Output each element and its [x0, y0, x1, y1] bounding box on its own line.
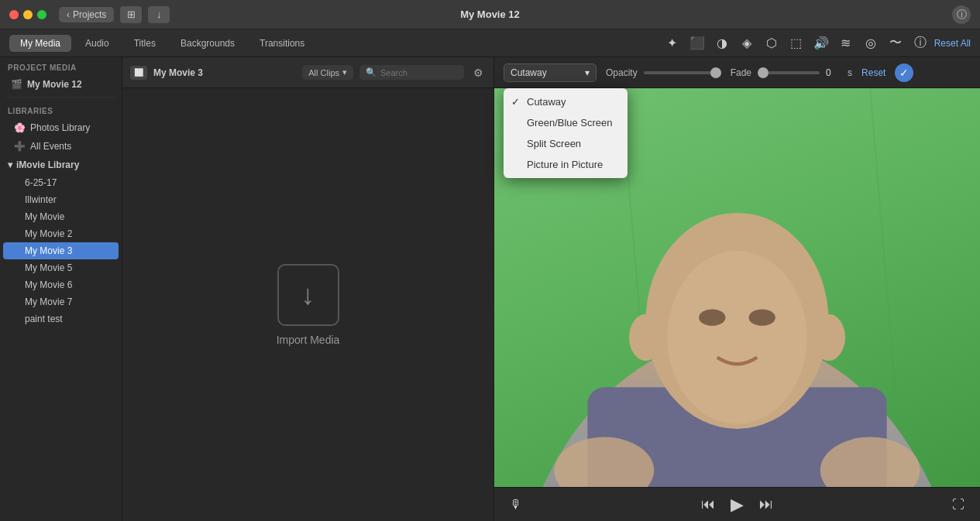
- svg-point-13: [749, 309, 775, 325]
- maximize-button[interactable]: [37, 10, 46, 19]
- sidebar-item-paint-test[interactable]: paint test: [3, 310, 119, 327]
- confirm-button[interactable]: ✓: [895, 63, 913, 82]
- magic-wand-icon[interactable]: ✦: [662, 33, 683, 54]
- divider-1: [6, 97, 115, 98]
- sidebar-item-my-movie-7[interactable]: My Movie 7: [3, 293, 119, 310]
- imovie-library-toggle[interactable]: ▾ iMovie Library: [0, 156, 122, 174]
- titlebar-right: ⓘ: [952, 5, 971, 24]
- back-chevron-icon: ‹: [67, 9, 70, 20]
- clip-filter-label: All Clips: [308, 68, 339, 77]
- clip-filter-dropdown[interactable]: All Clips ▾: [302, 65, 353, 80]
- camera-icon[interactable]: ⬚: [786, 33, 807, 54]
- preview-area: Cutaway ▾ Cutaway Green/Blue Screen Spli…: [494, 57, 980, 521]
- window-title: My Movie 12: [460, 9, 520, 20]
- player-controls: 🎙 ⏮ ▶ ⏭ ⛶: [494, 487, 980, 521]
- fade-thumb[interactable]: [758, 67, 769, 78]
- titlebar: ‹ Projects ⊞ ↓ My Movie 12 ⓘ: [0, 0, 980, 29]
- svg-point-11: [667, 251, 806, 423]
- info-icon[interactable]: ⓘ: [910, 33, 931, 54]
- svg-point-10: [812, 314, 845, 361]
- libraries-header: LIBRARIES: [0, 101, 122, 118]
- speed-icon[interactable]: ◎: [860, 33, 882, 54]
- svg-point-9: [629, 314, 662, 361]
- grid-icon: ⊞: [127, 9, 136, 20]
- photos-icon: 🌸: [14, 122, 26, 133]
- search-input[interactable]: [380, 68, 458, 77]
- sidebar-item-my-movie-6[interactable]: My Movie 6: [3, 276, 119, 293]
- mic-button[interactable]: 🎙: [510, 498, 522, 512]
- tab-backgrounds[interactable]: Backgrounds: [170, 35, 246, 52]
- titlebar-left: ‹ Projects ⊞ ↓: [9, 6, 170, 23]
- sidebar-item-6-25-17[interactable]: 6-25-17: [3, 174, 119, 191]
- reset-all-button[interactable]: Reset All: [934, 38, 971, 49]
- opacity-control: Opacity: [606, 67, 721, 78]
- sidebar-item-illwinter[interactable]: Illwinter: [3, 191, 119, 208]
- library-view-button[interactable]: ⊞: [120, 6, 142, 23]
- color-correct-icon[interactable]: ◑: [711, 33, 733, 54]
- gear-icon[interactable]: ⚙: [470, 65, 486, 81]
- dropdown-option-picture-in-picture[interactable]: Picture in Picture: [504, 154, 628, 175]
- tab-transitions[interactable]: Transitions: [249, 35, 315, 52]
- dropdown-option-split-screen[interactable]: Split Screen: [504, 133, 628, 154]
- prev-button[interactable]: ⏮: [701, 496, 715, 512]
- projects-back-button[interactable]: ‹ Projects: [59, 7, 114, 22]
- down-arrow-icon: ↓: [156, 9, 162, 20]
- dropdown-chevron-icon: ▾: [585, 67, 590, 78]
- import-button[interactable]: ↓: [148, 6, 170, 23]
- project-media-header: PROJECT MEDIA: [0, 57, 122, 75]
- projects-label: Projects: [73, 9, 106, 20]
- reset-button[interactable]: Reset: [861, 67, 885, 78]
- play-button[interactable]: ▶: [731, 495, 744, 515]
- minimize-button[interactable]: [23, 10, 33, 19]
- expand-panel-button[interactable]: ⬜: [130, 66, 147, 80]
- expand-icon: ⬜: [134, 68, 143, 77]
- opacity-thumb[interactable]: [710, 67, 721, 78]
- dropdown-option-cutaway[interactable]: Cutaway: [504, 91, 628, 112]
- volume-icon[interactable]: 🔊: [810, 33, 832, 54]
- chevron-down-icon: ▾: [8, 159, 12, 170]
- eq-icon[interactable]: ≋: [835, 33, 857, 54]
- svg-point-12: [699, 309, 725, 325]
- cutaway-dropdown[interactable]: Cutaway ▾: [504, 63, 597, 82]
- tab-titles[interactable]: Titles: [123, 35, 167, 52]
- close-button[interactable]: [9, 10, 19, 19]
- fade-control: Fade 0 s: [731, 67, 852, 78]
- sidebar-item-my-movie-2[interactable]: My Movie 2: [3, 225, 119, 242]
- import-icon: ↓: [277, 264, 339, 326]
- content-panel: ⬜ My Movie 3 All Clips ▾ 🔍 ⚙ ↓ Import Me…: [122, 57, 494, 521]
- sidebar-item-photos-library[interactable]: 🌸 Photos Library: [3, 118, 119, 137]
- sidebar-item-my-movie[interactable]: My Movie: [3, 208, 119, 225]
- cutaway-dropdown-menu: Cutaway Green/Blue Screen Split Screen P…: [504, 88, 628, 178]
- fullscreen-button[interactable]: ⛶: [952, 498, 965, 512]
- content-panel-title: My Movie 3: [153, 67, 296, 78]
- import-arrow-icon: ↓: [301, 279, 315, 311]
- dropdown-option-green-blue-screen[interactable]: Green/Blue Screen: [504, 112, 628, 133]
- noise-icon[interactable]: 〜: [885, 33, 906, 54]
- info-badge[interactable]: ⓘ: [952, 5, 971, 24]
- opacity-slider[interactable]: [644, 71, 721, 74]
- events-icon: ➕: [14, 141, 26, 152]
- sidebar-item-my-movie-12[interactable]: 🎬 My Movie 12: [3, 75, 119, 94]
- project-label: My Movie 12: [27, 79, 82, 90]
- fade-value: 0: [826, 67, 841, 78]
- overlay-controls: Cutaway ▾ Cutaway Green/Blue Screen Spli…: [494, 57, 980, 88]
- sidebar: PROJECT MEDIA 🎬 My Movie 12 LIBRARIES 🌸 …: [0, 57, 122, 521]
- fade-unit: s: [848, 67, 852, 78]
- import-label: Import Media: [277, 334, 340, 346]
- next-button[interactable]: ⏭: [759, 496, 773, 512]
- search-bar[interactable]: 🔍: [359, 65, 464, 80]
- sidebar-item-my-movie-3[interactable]: My Movie 3: [3, 242, 119, 259]
- traffic-lights: [9, 10, 46, 19]
- fade-slider[interactable]: [758, 71, 820, 74]
- film-icon: 🎬: [11, 79, 22, 90]
- filter-icon[interactable]: ◈: [736, 33, 758, 54]
- crop-icon[interactable]: ⬡: [761, 33, 782, 54]
- opacity-label: Opacity: [606, 67, 638, 78]
- main-toolbar: My Media Audio Titles Backgrounds Transi…: [0, 29, 980, 57]
- sidebar-item-my-movie-5[interactable]: My Movie 5: [3, 259, 119, 276]
- cutaway-label: Cutaway: [511, 67, 547, 78]
- tab-audio[interactable]: Audio: [74, 35, 120, 52]
- frame-icon[interactable]: ⬛: [686, 33, 708, 54]
- sidebar-item-all-events[interactable]: ➕ All Events: [3, 137, 119, 156]
- tab-my-media[interactable]: My Media: [9, 35, 71, 52]
